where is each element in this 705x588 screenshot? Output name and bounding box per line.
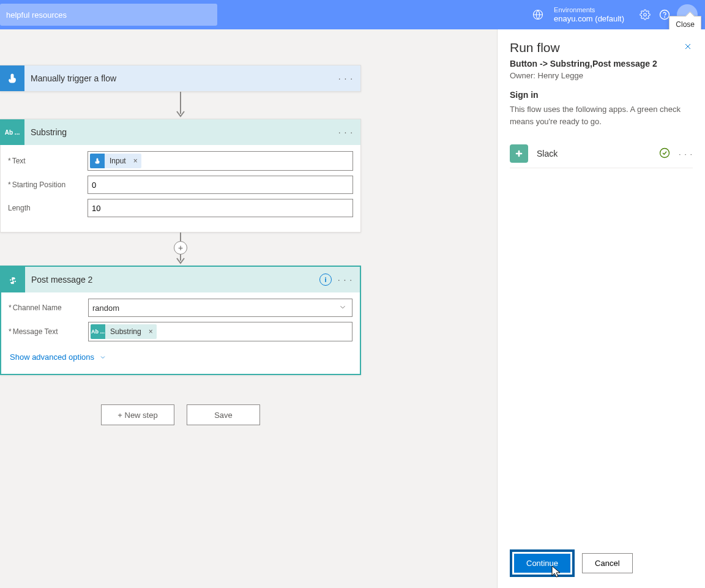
- environment-name: enayu.com (default): [554, 14, 624, 24]
- token-remove-icon[interactable]: ×: [130, 157, 141, 165]
- flow-canvas: Manually trigger a flow · · · Ab ... Sub…: [0, 29, 497, 588]
- sign-in-desc: This flow uses the following apps. A gre…: [510, 103, 693, 127]
- token-remove-icon[interactable]: ×: [145, 327, 157, 336]
- sign-in-title: Sign in: [510, 90, 693, 100]
- touch-icon: [90, 154, 105, 168]
- panel-subtitle: Button -> Substring,Post message 2: [510, 59, 693, 69]
- length-label: Length: [8, 204, 88, 212]
- slack-icon: [510, 144, 528, 163]
- chevron-down-icon: [99, 354, 106, 361]
- svg-point-1: [644, 13, 647, 17]
- substring-card: Ab ... Substring · · · *Text Input ×: [0, 119, 361, 233]
- input-token[interactable]: Input ×: [90, 154, 141, 168]
- substring-header[interactable]: Ab ... Substring · · ·: [1, 119, 360, 145]
- info-icon[interactable]: i: [319, 274, 332, 286]
- gear-icon[interactable]: [635, 5, 655, 24]
- cancel-button[interactable]: Cancel: [582, 553, 632, 573]
- post-message-card: Post message 2 i · · · *Channel Name ran…: [0, 266, 361, 375]
- svg-point-3: [665, 17, 665, 17]
- connector-arrow: +: [0, 233, 361, 266]
- start-label: *Starting Position: [8, 180, 88, 189]
- svg-point-9: [660, 148, 669, 157]
- connector-arrow: [0, 92, 361, 119]
- svg-point-2: [660, 10, 670, 20]
- text-label: *Text: [8, 157, 88, 165]
- substring-title: Substring: [24, 127, 336, 137]
- search-input-wrap[interactable]: helpful resources: [0, 4, 217, 26]
- message-text-input[interactable]: Ab ... Substring ×: [88, 322, 352, 341]
- text-input[interactable]: Input ×: [88, 151, 353, 171]
- check-icon: [659, 147, 670, 160]
- show-advanced-link[interactable]: Show advanced options: [9, 346, 106, 364]
- channel-label: *Channel Name: [9, 303, 88, 312]
- panel-title: Run flow: [510, 40, 693, 55]
- run-flow-panel: Run flow Button -> Substring,Post messag…: [497, 29, 705, 588]
- save-button[interactable]: Save: [187, 404, 260, 425]
- ellipsis-icon[interactable]: · · ·: [335, 270, 355, 289]
- substring-icon: Ab ...: [0, 119, 24, 145]
- channel-dropdown[interactable]: random: [88, 299, 352, 317]
- environment-picker[interactable]: Environments enayu.com (default): [528, 5, 624, 24]
- continue-button-focus-ring: Continue: [510, 549, 575, 577]
- close-icon[interactable]: [681, 39, 695, 54]
- search-placeholder-text: helpful resources: [6, 10, 67, 20]
- connection-row: Slack · · ·: [510, 140, 693, 168]
- chevron-down-icon: [338, 303, 347, 313]
- message-label: *Message Text: [9, 327, 88, 336]
- connection-name: Slack: [537, 149, 651, 158]
- slack-icon: [1, 267, 25, 292]
- trigger-card[interactable]: Manually trigger a flow · · ·: [0, 65, 361, 92]
- touch-icon: [0, 65, 24, 91]
- ellipsis-icon[interactable]: · · ·: [679, 149, 693, 158]
- globe-icon: [528, 5, 548, 24]
- new-step-button[interactable]: + New step: [101, 404, 174, 425]
- environment-label: Environments: [554, 6, 624, 14]
- topbar: helpful resources Environments enayu.com…: [0, 0, 705, 29]
- add-step-button[interactable]: +: [174, 241, 187, 255]
- substring-token[interactable]: Ab ... Substring ×: [91, 324, 157, 339]
- start-position-input[interactable]: [88, 176, 353, 194]
- substring-icon: Ab ...: [91, 324, 105, 339]
- ellipsis-icon[interactable]: · · ·: [336, 69, 356, 88]
- continue-button[interactable]: Continue: [514, 554, 570, 573]
- ellipsis-icon[interactable]: · · ·: [336, 122, 356, 142]
- panel-owner: Owner: Henry Legge: [510, 71, 693, 80]
- svg-rect-8: [518, 151, 520, 157]
- post-message-title: Post message 2: [25, 275, 319, 285]
- length-input[interactable]: [88, 199, 353, 217]
- post-message-header[interactable]: Post message 2 i · · ·: [1, 267, 360, 292]
- trigger-title: Manually trigger a flow: [24, 73, 336, 83]
